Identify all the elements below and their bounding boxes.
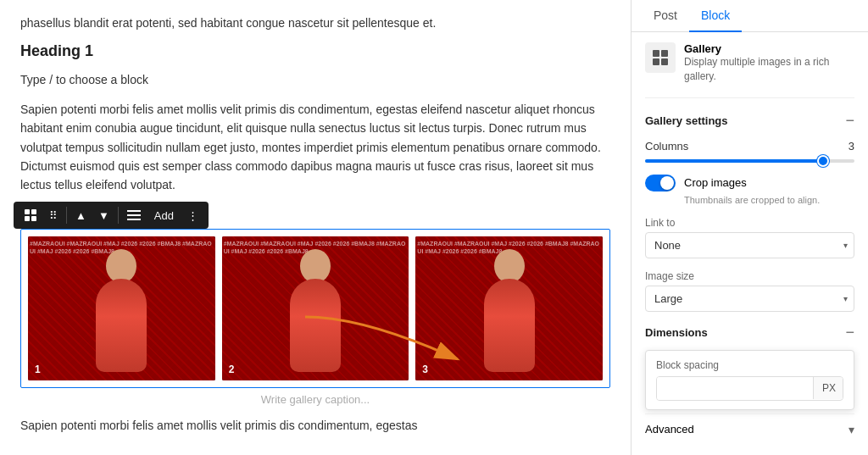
person-body-2 bbox=[290, 279, 341, 372]
svg-rect-6 bbox=[127, 219, 141, 220]
svg-rect-0 bbox=[25, 209, 30, 214]
columns-value: 3 bbox=[849, 140, 854, 153]
crop-images-toggle-row: Crop images bbox=[645, 175, 854, 191]
svg-rect-2 bbox=[25, 216, 30, 221]
gallery-settings-title: Gallery settings bbox=[645, 114, 728, 127]
crop-images-desc: Thumbnails are cropped to align. bbox=[684, 195, 854, 205]
move-down-btn[interactable]: ▼ bbox=[93, 206, 114, 225]
columns-control: Columns 3 bbox=[645, 140, 854, 163]
align-btn[interactable] bbox=[122, 207, 146, 224]
toggle-thumb bbox=[660, 176, 674, 190]
crop-images-toggle[interactable] bbox=[645, 175, 676, 191]
gallery-icon-btn[interactable] bbox=[19, 205, 42, 225]
image-1-bg: #MAZRAOUI #MAZRAOUI #MAJ #2026 #2026 #BM… bbox=[28, 236, 215, 380]
svg-rect-3 bbox=[31, 216, 36, 221]
svg-rect-8 bbox=[653, 50, 659, 57]
slider-thumb[interactable] bbox=[817, 155, 829, 167]
gallery-images: #MAZRAOUI #MAZRAOUI #MAJ #2026 #2026 #BM… bbox=[28, 236, 603, 380]
link-to-label: Link to bbox=[645, 217, 854, 229]
svg-rect-11 bbox=[661, 58, 668, 65]
crop-images-label: Crop images bbox=[684, 176, 747, 189]
columns-label-text: Columns bbox=[645, 140, 688, 153]
gallery-settings-header: Gallery settings − bbox=[645, 112, 854, 130]
image-size-select[interactable]: Thumbnail Medium Large Full Size bbox=[645, 286, 854, 312]
move-up-btn[interactable]: ▲ bbox=[70, 206, 92, 225]
intro-paragraph: phasellus blandit erat potenti, sed habi… bbox=[20, 14, 610, 32]
link-to-select[interactable]: None Media File Attachment Page bbox=[645, 232, 854, 258]
tab-post[interactable]: Post bbox=[642, 0, 689, 32]
person-head-1 bbox=[106, 249, 136, 283]
gallery-info: Gallery Display multiple images in a ric… bbox=[645, 42, 854, 98]
block-spacing-label: Block spacing bbox=[656, 359, 843, 371]
gallery-toolbar: ⠿ ▲ ▼ Add ⋮ bbox=[14, 202, 209, 229]
gallery-block-icon bbox=[645, 42, 676, 73]
sidebar-tabs: Post Block bbox=[632, 0, 868, 32]
image-size-label: Image size bbox=[645, 270, 854, 282]
body-paragraph: Sapien potenti morbi felis amet mollis v… bbox=[20, 100, 610, 195]
block-spacing-input-wrap: PX bbox=[656, 376, 843, 401]
sidebar: Post Block Gallery Display multiple imag… bbox=[631, 0, 868, 455]
block-spacing-unit: PX bbox=[813, 377, 843, 399]
dimensions-section: Dimensions − Block spacing PX bbox=[645, 324, 854, 410]
person-body-3 bbox=[484, 279, 535, 372]
gallery-caption[interactable]: Write gallery caption... bbox=[20, 393, 610, 406]
advanced-row[interactable]: Advanced ▾ bbox=[645, 413, 854, 445]
image-size-select-wrap: Thumbnail Medium Large Full Size ▾ bbox=[645, 286, 854, 312]
tab-block[interactable]: Block bbox=[689, 0, 742, 32]
gallery-image-3[interactable]: #MAZRAOUI #MAZRAOUI #MAJ #2026 #2026 #BM… bbox=[415, 236, 603, 380]
person-body-1 bbox=[96, 279, 147, 372]
block-spacing-box: Block spacing PX bbox=[645, 350, 854, 410]
svg-rect-9 bbox=[661, 50, 668, 57]
gallery-info-text: Gallery Display multiple images in a ric… bbox=[684, 42, 854, 84]
divider2 bbox=[118, 207, 119, 224]
columns-label-row: Columns 3 bbox=[645, 140, 854, 153]
image-2-bg: #MAZRAOUI #MAZRAOUI #MAJ #2026 #2026 #BM… bbox=[222, 236, 409, 380]
dimensions-header: Dimensions − bbox=[645, 324, 854, 341]
gallery-image-1[interactable]: #MAZRAOUI #MAZRAOUI #MAJ #2026 #2026 #BM… bbox=[28, 236, 215, 380]
slider-fill bbox=[645, 159, 823, 163]
sidebar-body: Gallery Display multiple images in a ric… bbox=[632, 32, 868, 455]
dimensions-toggle[interactable]: − bbox=[845, 324, 854, 341]
more-options-btn[interactable]: ⋮ bbox=[182, 206, 203, 225]
svg-rect-10 bbox=[653, 58, 659, 65]
divider bbox=[66, 207, 67, 224]
drag-handle-btn[interactable]: ⠿ bbox=[44, 206, 63, 225]
gallery-svg-icon bbox=[652, 49, 669, 66]
gallery-block: #MAZRAOUI #MAZRAOUI #MAJ #2026 #2026 #BM… bbox=[20, 229, 610, 388]
svg-rect-4 bbox=[127, 210, 141, 212]
type-placeholder: Type / to choose a block bbox=[20, 70, 610, 89]
gallery-settings-toggle[interactable]: − bbox=[845, 112, 854, 130]
gallery-block-desc: Display multiple images in a rich galler… bbox=[684, 55, 854, 84]
heading-1: Heading 1 bbox=[20, 42, 610, 60]
bottom-paragraph: Sapien potenti morbi felis amet mollis v… bbox=[20, 416, 610, 435]
svg-rect-5 bbox=[127, 214, 141, 216]
svg-rect-1 bbox=[31, 209, 36, 214]
link-to-select-wrap: None Media File Attachment Page ▾ bbox=[645, 232, 854, 258]
gallery-block-title: Gallery bbox=[684, 42, 854, 55]
columns-slider-track[interactable] bbox=[645, 159, 854, 163]
main-content: phasellus blandit erat potenti, sed habi… bbox=[0, 0, 631, 455]
advanced-chevron-icon: ▾ bbox=[849, 423, 854, 436]
person-head-3 bbox=[494, 249, 525, 283]
image-number-1: 1 bbox=[35, 363, 41, 375]
image-number-2: 2 bbox=[229, 363, 235, 375]
image-3-bg: #MAZRAOUI #MAZRAOUI #MAJ #2026 #2026 #BM… bbox=[415, 236, 603, 380]
add-button[interactable]: Add bbox=[147, 206, 181, 225]
advanced-label: Advanced bbox=[645, 423, 694, 436]
image-number-3: 3 bbox=[422, 363, 428, 375]
person-head-2 bbox=[300, 249, 331, 283]
block-spacing-input[interactable] bbox=[657, 377, 813, 400]
dimensions-title: Dimensions bbox=[645, 326, 708, 339]
gallery-image-2[interactable]: #MAZRAOUI #MAZRAOUI #MAJ #2026 #2026 #BM… bbox=[222, 236, 409, 380]
